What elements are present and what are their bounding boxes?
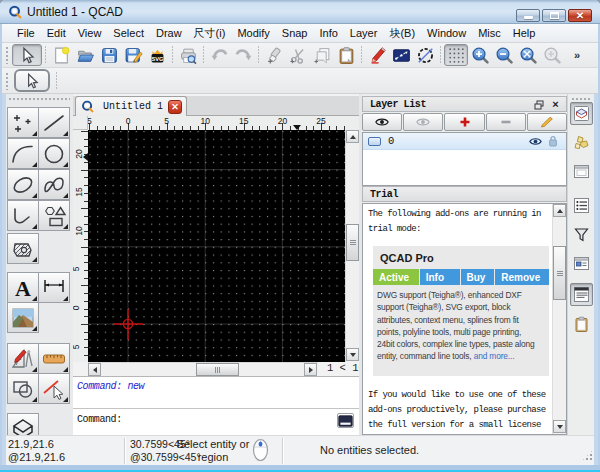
toolbar-overflow-button[interactable]: » [574,49,579,61]
layer-row[interactable]: 0 [363,133,566,150]
restrict-off-button[interactable] [413,44,437,66]
measure-tool-button[interactable] [38,343,70,374]
menu-select[interactable]: Select [107,25,150,41]
circle-tool-button[interactable] [38,138,70,169]
title-bar[interactable]: Untitled 1 - QCAD ✕ [0,0,600,24]
layer-visible-icon[interactable] [529,136,542,147]
trial-scroll-thumb[interactable] [553,246,566,300]
svg-export-button[interactable] [145,44,169,66]
menu-info[interactable]: Info [314,25,344,41]
command-line-toggle-button[interactable] [570,194,593,217]
zoom-in-button[interactable] [468,44,492,66]
vertical-scrollbar[interactable] [345,130,359,362]
block-tool-button[interactable] [7,413,39,435]
erase-button[interactable] [262,44,286,66]
document-tab[interactable]: Untitled 1 ✕ [75,96,187,116]
show-all-layers-button[interactable] [362,113,402,131]
print-preview-button[interactable] [176,44,200,66]
arc-tool-button[interactable] [7,138,39,169]
palette-drag-handle[interactable] [8,97,70,101]
hatch-tool-button[interactable] [7,233,39,264]
hide-all-layers-button[interactable] [403,113,443,131]
scroll-down-button[interactable] [553,420,566,433]
toolbar-drag-handle[interactable] [5,46,9,64]
tab-close-button[interactable]: ✕ [168,100,182,114]
snap-grid-button[interactable] [389,44,413,66]
dimension-tool-button[interactable] [38,272,70,303]
layer-list[interactable]: 0 [362,132,567,186]
horizontal-scrollbar[interactable] [88,362,318,376]
scroll-right-button[interactable] [304,363,317,376]
addon-active-button[interactable]: Active [373,269,419,285]
zoom-auto-button[interactable] [516,44,540,66]
shape-tool-button[interactable] [38,200,70,231]
copy-button[interactable] [310,44,334,66]
menu-edit[interactable]: Edit [41,25,72,41]
menu-modify[interactable]: Modify [231,25,275,41]
command-history[interactable]: Command: new [73,377,359,408]
menu-b[interactable]: 块(B) [383,24,421,43]
close-button[interactable]: ✕ [568,9,592,22]
polyline-tool-button[interactable] [7,200,39,231]
and-more-link[interactable]: and more... [474,351,515,361]
point-tool-button[interactable] [7,107,39,138]
menu-file[interactable]: File [11,25,41,41]
command-toggle-button[interactable] [337,413,354,428]
float-panel-icon[interactable] [534,100,544,110]
line-tool-button[interactable] [38,107,70,138]
trial-widget-toggle-button[interactable] [570,283,593,306]
menu-snap[interactable]: Snap [276,25,314,41]
cad-selection-pointer-button[interactable] [14,69,50,92]
edit-layer-button[interactable] [527,113,567,131]
selection-pointer-button[interactable] [12,44,42,66]
trial-scrollbar[interactable] [552,204,566,434]
scroll-up-button[interactable] [553,204,566,217]
addon-info-button[interactable]: Info [420,269,460,285]
resize-grip[interactable] [581,449,594,462]
toolbar-drag-handle[interactable] [571,97,592,101]
scroll-up-button[interactable] [346,130,359,143]
remove-layer-button[interactable] [486,113,526,131]
addon-remove-button[interactable]: Remove [495,269,549,285]
menu-i[interactable]: 尺寸(i) [188,24,232,43]
horizontal-scroll-thumb[interactable] [196,363,239,376]
menu-help[interactable]: Help [507,25,542,41]
menu-view[interactable]: View [72,25,108,41]
paste-button[interactable] [334,44,358,66]
cut-button[interactable] [286,44,310,66]
selection-filter-toggle-button[interactable] [570,223,593,246]
open-file-button[interactable] [73,44,97,66]
draw-edit-button[interactable] [365,44,389,66]
scroll-left-button[interactable] [88,363,101,376]
scroll-down-button[interactable] [346,348,359,361]
modify-tool-button[interactable] [7,343,39,374]
vertical-scroll-thumb[interactable] [346,224,359,261]
undo-button[interactable] [207,44,231,66]
menu-misc[interactable]: Misc [472,25,507,41]
explode-tool-button[interactable] [7,373,39,404]
library-browser-toggle-button[interactable] [570,160,593,183]
menu-layer[interactable]: Layer [344,25,384,41]
text-tool-button[interactable] [7,272,39,303]
save-button[interactable] [97,44,121,66]
redo-button[interactable] [231,44,255,66]
layer-lock-icon[interactable] [548,135,558,147]
zoom-out-button[interactable] [492,44,516,66]
clipboard-panel-toggle-button[interactable] [570,313,593,336]
layer-list-toggle-button[interactable] [570,102,593,125]
add-layer-button[interactable] [444,113,484,131]
snap-tool-button[interactable] [38,373,70,404]
toolbar-drag-handle[interactable] [5,72,9,90]
menu-draw[interactable]: Draw [150,25,188,41]
grid-toggle-button[interactable] [444,44,468,66]
addon-buy-button[interactable]: Buy [461,269,495,285]
minimize-button[interactable] [516,9,540,22]
layer-list-titlebar[interactable]: Layer List × [362,96,567,112]
image-tool-button[interactable] [7,302,39,333]
save-as-button[interactable] [121,44,145,66]
maximize-button[interactable] [542,9,566,22]
ellipse-tool-button[interactable] [7,169,39,200]
zoom-previous-button[interactable] [540,44,564,66]
trial-titlebar[interactable]: Trial [362,186,567,202]
spline-tool-button[interactable] [38,169,70,200]
